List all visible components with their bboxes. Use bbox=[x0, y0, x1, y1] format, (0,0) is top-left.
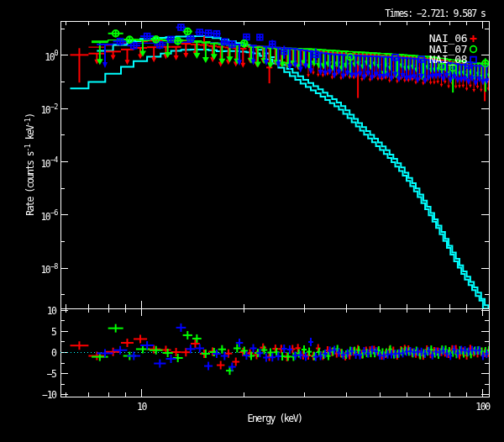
x-axis-tick-label: 100 bbox=[475, 401, 491, 413]
residual-tick-label: −10 bbox=[42, 389, 57, 401]
down-arrow-icon bbox=[102, 62, 108, 68]
down-arrow-icon bbox=[407, 79, 410, 82]
residual-tick-label: 0 bbox=[51, 347, 57, 359]
tspan: keV bbox=[24, 124, 36, 144]
top-panel-data bbox=[70, 24, 492, 313]
down-arrow-icon bbox=[331, 76, 334, 80]
down-arrow-icon bbox=[174, 55, 179, 61]
down-arrow-icon bbox=[360, 78, 364, 82]
down-arrow-icon bbox=[111, 55, 116, 60]
down-arrow-icon bbox=[465, 87, 469, 91]
down-arrow-icon bbox=[469, 85, 472, 88]
down-arrow-icon bbox=[436, 81, 439, 84]
down-arrow-icon bbox=[433, 82, 436, 85]
y-axis-tick-exponent: −4 bbox=[50, 155, 59, 164]
down-arrow-icon bbox=[376, 78, 380, 82]
residual-tick-label: −5 bbox=[47, 368, 56, 380]
tspan: -1 bbox=[24, 144, 32, 152]
tspan: ) bbox=[24, 113, 36, 118]
component-histogram-lower bbox=[71, 50, 491, 313]
down-arrow-icon bbox=[447, 85, 450, 88]
count-spectrum-chart: 10010−210−410−610−81050−5−1010100Energy … bbox=[0, 0, 504, 442]
down-arrow-icon bbox=[125, 60, 130, 65]
times-label: Times: −2.721: 9.587 s bbox=[385, 8, 486, 19]
residual-tick-label: 10 bbox=[47, 305, 57, 317]
down-arrow-icon bbox=[487, 87, 491, 91]
down-arrow-icon bbox=[369, 79, 372, 82]
down-arrow-icon bbox=[183, 53, 188, 58]
down-arrow-icon bbox=[414, 82, 417, 85]
down-arrow-icon bbox=[320, 63, 327, 69]
y-axis-tick-exponent: −6 bbox=[50, 208, 59, 217]
down-arrow-icon bbox=[422, 82, 425, 86]
down-arrow-icon bbox=[461, 85, 465, 88]
down-arrow-icon bbox=[322, 74, 325, 77]
down-arrow-icon bbox=[444, 81, 447, 84]
legend-label-nai_08: NAI_08 bbox=[429, 53, 468, 66]
residual-panel-data bbox=[60, 324, 492, 375]
down-arrow-icon bbox=[307, 74, 310, 77]
y-axis-tick-exponent: −8 bbox=[50, 262, 59, 271]
down-arrow-icon bbox=[240, 63, 245, 68]
down-arrow-icon bbox=[151, 57, 156, 62]
tspan: Rate (counts s bbox=[24, 151, 36, 216]
down-arrow-icon bbox=[403, 80, 407, 83]
y-axis-title: Rate (counts s-1 keV-1) bbox=[24, 113, 36, 216]
circle-icon bbox=[470, 46, 477, 53]
y-axis-tick-exponent: 0 bbox=[55, 49, 59, 57]
residual-tick-label: 5 bbox=[51, 326, 56, 338]
down-arrow-icon bbox=[352, 76, 355, 80]
x-axis-tick-label: 10 bbox=[137, 401, 147, 413]
y-axis-tick-exponent: −2 bbox=[50, 103, 59, 111]
down-arrow-icon bbox=[396, 81, 399, 84]
down-arrow-icon bbox=[454, 86, 458, 89]
down-arrow-icon bbox=[193, 53, 200, 59]
down-arrow-icon bbox=[381, 77, 384, 81]
down-arrow-icon bbox=[317, 74, 320, 77]
down-arrow-icon bbox=[440, 84, 444, 87]
down-arrow-icon bbox=[472, 89, 475, 92]
down-arrow-icon bbox=[429, 82, 433, 85]
down-arrow-icon bbox=[388, 80, 391, 83]
down-arrow-icon bbox=[476, 86, 480, 89]
x-axis-title: Energy (keV) bbox=[247, 413, 302, 424]
down-arrow-icon bbox=[312, 71, 315, 75]
spectral-plot-window: 10010−210−410−610−81050−5−1010100Energy … bbox=[0, 0, 504, 442]
down-arrow-icon bbox=[458, 85, 461, 88]
tspan: -1 bbox=[24, 118, 32, 126]
down-arrow-icon bbox=[202, 57, 209, 63]
down-arrow-icon bbox=[480, 89, 483, 92]
down-arrow-icon bbox=[339, 77, 343, 81]
